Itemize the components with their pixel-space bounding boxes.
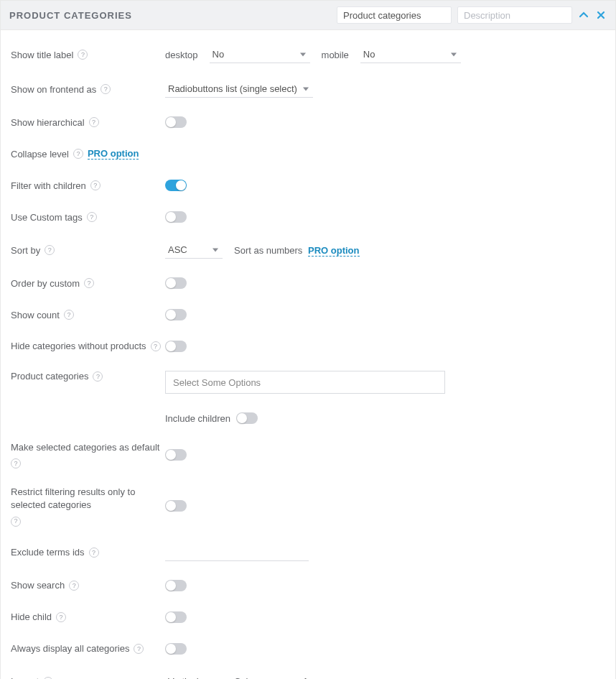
row-restrict: Restrict filtering results only to selec…	[11, 477, 605, 535]
panel-title: PRODUCT CATEGORIES	[9, 10, 331, 21]
frontend-select-wrap: Radiobuttons list (single select)	[165, 80, 313, 98]
help-icon[interactable]: ?	[56, 612, 66, 622]
row-sort-by: Sort by ? ASC Sort as numbers PRO option	[11, 233, 605, 267]
help-icon[interactable]: ?	[151, 341, 161, 351]
filter-with-children-toggle[interactable]	[165, 180, 187, 191]
label-product-categories: Product categories	[11, 371, 88, 382]
columns-input[interactable]	[282, 673, 311, 679]
make-default-toggle[interactable]	[165, 449, 187, 461]
label-filter-with-children: Filter with children	[11, 180, 86, 191]
show-search-toggle[interactable]	[165, 580, 187, 591]
collapse-icon[interactable]	[578, 9, 589, 21]
row-exclude-terms: Exclude terms ids ?	[11, 535, 605, 570]
sort-by-select-wrap: ASC	[165, 241, 223, 259]
help-icon[interactable]: ?	[11, 458, 21, 468]
label-collapse-level: Collapse level	[11, 149, 69, 160]
sort-by-select[interactable]: ASC	[165, 241, 223, 259]
help-icon[interactable]: ?	[73, 149, 83, 159]
row-use-custom-tags: Use Custom tags ?	[11, 201, 605, 233]
show-count-toggle[interactable]	[165, 309, 187, 320]
label-layout: Layout	[11, 676, 39, 679]
desktop-label: desktop	[165, 50, 198, 60]
help-icon[interactable]: ?	[45, 245, 55, 255]
row-show-count: Show count ?	[11, 299, 605, 331]
help-icon[interactable]: ?	[93, 371, 103, 382]
hide-empty-toggle[interactable]	[165, 341, 187, 352]
label-show-title: Show title label	[11, 50, 73, 60]
exclude-terms-input[interactable]	[165, 544, 309, 561]
row-hide-child: Hide child ?	[11, 601, 605, 633]
row-show-hierarchical: Show hierarchical ?	[11, 106, 605, 138]
help-icon[interactable]: ?	[90, 180, 101, 190]
product-categories-panel: PRODUCT CATEGORIES Show title label ? de…	[0, 0, 616, 679]
product-categories-select[interactable]: Select Some Options	[165, 371, 445, 394]
label-exclude-terms: Exclude terms ids	[11, 547, 85, 558]
label-show-search: Show search	[11, 580, 65, 591]
panel-header: PRODUCT CATEGORIES	[1, 1, 615, 30]
title-input[interactable]	[337, 6, 452, 24]
panel-body: Show title label ? desktop No mobile No	[1, 30, 615, 679]
sort-as-numbers-label: Sort as numbers	[234, 245, 302, 256]
row-product-categories: Product categories ? Select Some Options…	[11, 362, 605, 433]
row-show-frontend-as: Show on frontend as ? Radiobuttons list …	[11, 72, 605, 106]
label-restrict: Restrict filtering results only to selec…	[11, 486, 165, 512]
help-icon[interactable]: ?	[87, 212, 97, 222]
row-layout: Layout ? Vertical Columns	[11, 665, 605, 679]
frontend-as-select[interactable]: Radiobuttons list (single select)	[165, 80, 313, 98]
label-always-display: Always display all categories	[11, 643, 129, 654]
desktop-select-wrap: No	[210, 46, 310, 63]
label-make-default: Make selected categories as default	[11, 441, 159, 454]
columns-label: Columns	[234, 676, 271, 679]
label-show-count: Show count	[11, 310, 60, 320]
include-children-label: Include children	[165, 413, 230, 424]
row-always-display: Always display all categories ?	[11, 633, 605, 665]
pro-link-collapse[interactable]: PRO option	[88, 148, 139, 160]
use-custom-tags-toggle[interactable]	[165, 211, 187, 223]
desktop-select[interactable]: No	[210, 46, 310, 63]
help-icon[interactable]: ?	[64, 310, 74, 320]
layout-select[interactable]: Vertical	[165, 673, 223, 679]
include-children-toggle[interactable]	[236, 412, 258, 424]
mobile-label: mobile	[322, 50, 349, 60]
always-display-toggle[interactable]	[165, 643, 187, 655]
help-icon[interactable]: ?	[69, 581, 79, 591]
label-show-hierarchical: Show hierarchical	[11, 117, 85, 128]
help-icon[interactable]: ?	[89, 548, 99, 558]
help-icon[interactable]: ?	[78, 50, 88, 60]
mobile-select-wrap: No	[360, 46, 461, 63]
help-icon[interactable]: ?	[101, 84, 111, 94]
help-icon[interactable]: ?	[89, 117, 99, 127]
description-input[interactable]	[457, 6, 572, 24]
row-collapse-level: Collapse level ? PRO option	[11, 138, 605, 170]
close-icon[interactable]	[595, 9, 607, 21]
label-sort-by: Sort by	[11, 245, 40, 256]
restrict-toggle[interactable]	[165, 500, 187, 512]
label-use-custom-tags: Use Custom tags	[11, 212, 83, 223]
row-make-default: Make selected categories as default ?	[11, 433, 605, 477]
label-show-frontend-as: Show on frontend as	[11, 84, 96, 95]
row-hide-empty: Hide categories without products ?	[11, 331, 605, 362]
mobile-select[interactable]: No	[360, 46, 461, 63]
help-icon[interactable]: ?	[11, 517, 21, 527]
hide-child-toggle[interactable]	[165, 611, 187, 623]
help-icon[interactable]: ?	[134, 644, 144, 654]
layout-select-wrap: Vertical	[165, 673, 223, 679]
help-icon[interactable]: ?	[84, 278, 94, 288]
row-filter-with-children: Filter with children ?	[11, 170, 605, 201]
row-show-search: Show search ?	[11, 570, 605, 601]
label-hide-child: Hide child	[11, 611, 52, 622]
help-icon[interactable]: ?	[43, 677, 53, 679]
label-order-by-custom: Order by custom	[11, 278, 80, 289]
order-by-custom-toggle[interactable]	[165, 277, 187, 289]
row-order-by-custom: Order by custom ?	[11, 267, 605, 299]
pro-link-sort[interactable]: PRO option	[308, 245, 360, 257]
row-show-title-label: Show title label ? desktop No mobile No	[11, 37, 605, 72]
show-hierarchical-toggle[interactable]	[165, 116, 187, 128]
label-hide-empty: Hide categories without products	[11, 340, 146, 353]
